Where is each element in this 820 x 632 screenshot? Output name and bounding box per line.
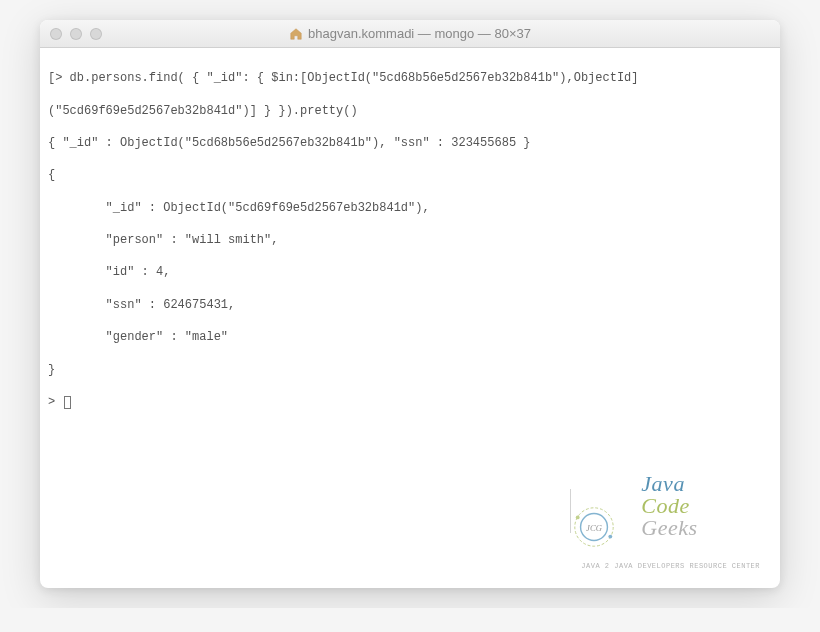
terminal-window: bhagvan.kommadi — mongo — 80×37 [> db.pe… <box>40 20 780 588</box>
watermark-subtitle: Java 2 Java Developers Resource Center <box>581 563 760 570</box>
window-title-text: bhagvan.kommadi — mongo — 80×37 <box>308 26 531 41</box>
watermark: JCG Java Code Geeks Java 2 Java Develope… <box>512 451 760 570</box>
terminal-line: "ssn" : 624675431, <box>48 297 772 313</box>
watermark-word-geeks: Geeks <box>641 515 697 540</box>
minimize-button[interactable] <box>70 28 82 40</box>
svg-point-3 <box>576 515 580 519</box>
terminal-output[interactable]: [> db.persons.find( { "_id": { $in:[Obje… <box>40 48 780 588</box>
watermark-text: Java Code Geeks Java 2 Java Developers R… <box>581 451 760 570</box>
terminal-line: [> db.persons.find( { "_id": { $in:[Obje… <box>48 70 772 86</box>
cursor <box>64 396 71 409</box>
terminal-line: "_id" : ObjectId("5cd69f69e5d2567eb32b84… <box>48 200 772 216</box>
window-titlebar: bhagvan.kommadi — mongo — 80×37 <box>40 20 780 48</box>
close-button[interactable] <box>50 28 62 40</box>
home-icon <box>289 27 303 41</box>
watermark-divider <box>570 489 571 533</box>
terminal-line: ("5cd69f69e5d2567eb32b841d")] } }).prett… <box>48 103 772 119</box>
terminal-line: { "_id" : ObjectId("5cd68b56e5d2567eb32b… <box>48 135 772 151</box>
prompt-text: > <box>48 395 62 409</box>
terminal-line: "person" : "will smith", <box>48 232 772 248</box>
terminal-line: } <box>48 362 772 378</box>
terminal-prompt-line: > <box>48 395 71 409</box>
terminal-line: "id" : 4, <box>48 264 772 280</box>
watermark-logo-icon: JCG <box>512 487 560 535</box>
zoom-button[interactable] <box>90 28 102 40</box>
terminal-line: "gender" : "male" <box>48 329 772 345</box>
watermark-title: Java Code Geeks <box>581 451 760 561</box>
terminal-line: { <box>48 167 772 183</box>
window-title: bhagvan.kommadi — mongo — 80×37 <box>40 26 780 41</box>
window-controls <box>50 28 102 40</box>
